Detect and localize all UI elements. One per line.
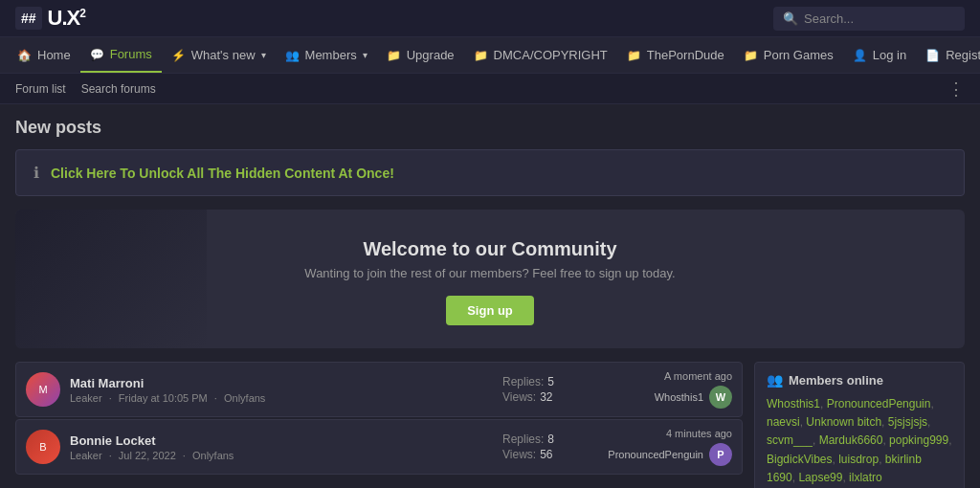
post-stats: Replies: 8 Views: 56 [502, 433, 589, 461]
avatar-letter: M [38, 384, 47, 395]
member-link[interactable]: luisdrop [838, 453, 879, 466]
avatar-letter: B [39, 441, 46, 453]
nav-forums[interactable]: 💬 Forums [80, 37, 162, 73]
home-icon: 🏠 [17, 49, 32, 62]
nav-dmca-label: DMCA/COPYRIGHT [494, 48, 608, 62]
views-label: Views: [502, 390, 536, 404]
latest-user[interactable]: PronouncedPenguin [608, 449, 703, 460]
nav-home[interactable]: 🏠 Home [8, 37, 80, 73]
welcome-title: Welcome to our Community [34, 238, 946, 260]
promo-link[interactable]: Click Here To Unlock All The Hidden Cont… [51, 166, 394, 181]
search-bar[interactable]: 🔍 Search... [773, 7, 965, 31]
nav-dmca[interactable]: 📁 DMCA/COPYRIGHT [464, 37, 617, 73]
chevron-down-icon: ▾ [261, 50, 266, 60]
nav-whats-new[interactable]: ⚡ What's new ▾ [162, 37, 276, 73]
nav-register[interactable]: 📄 Register [916, 37, 980, 73]
replies-value: 8 [547, 433, 554, 446]
member-link[interactable]: popking999 [889, 433, 948, 447]
main-content: New posts ℹ Click Here To Unlock All The… [0, 104, 980, 488]
whats-new-icon: ⚡ [171, 49, 186, 62]
post-meta: Leaker · Friday at 10:05 PM · Onlyfans [70, 392, 493, 404]
bottom-section: M Mati Marroni Leaker · Friday at 10:05 … [15, 362, 965, 488]
member-link[interactable]: scvm___ [767, 433, 813, 447]
nav-members-label: Members [305, 48, 357, 62]
logo[interactable]: ## U.X2 [15, 6, 85, 31]
members-icon: 👥 [285, 49, 300, 62]
theporndude-icon: 📁 [627, 49, 641, 62]
post-latest: 4 minutes ago PronouncedPenguin P [598, 428, 732, 466]
user-avatar: P [709, 443, 732, 466]
logo-hash: ## [21, 11, 36, 26]
nav-bar: 🏠 Home 💬 Forums ⚡ What's new ▾ 👥 Members… [0, 37, 980, 74]
post-latest: A moment ago Whosthis1 W [598, 370, 732, 409]
register-icon: 📄 [925, 49, 940, 62]
logo-text: U.X2 [48, 6, 85, 31]
upgrade-icon: 📁 [387, 49, 401, 62]
latest-time: 4 minutes ago [666, 428, 732, 439]
more-options-button[interactable]: ⋮ [947, 78, 965, 100]
search-forums-link[interactable]: Search forums [81, 82, 156, 96]
signup-button[interactable]: Sign up [446, 296, 534, 325]
member-link[interactable]: 5jsjsjsjs [888, 415, 927, 429]
members-online-list: Whosthis1, PronouncedPenguin, naevsi, Un… [767, 395, 952, 487]
forums-icon: 💬 [90, 48, 104, 61]
member-link[interactable]: naevsi [767, 415, 800, 429]
post-meta-category: Onlyfans [224, 392, 265, 404]
welcome-section: Welcome to our Community Wanting to join… [15, 210, 965, 348]
views-value: 56 [540, 448, 552, 461]
nav-porngames-label: Porn Games [764, 48, 834, 62]
members-online-header: 👥 Members online [767, 372, 952, 388]
member-link[interactable]: PronouncedPenguin [827, 397, 931, 410]
nav-upgrade-label: Upgrade [407, 48, 455, 62]
post-avatar: B [26, 430, 60, 464]
member-link[interactable]: BigdickVibes [767, 453, 832, 466]
member-link[interactable]: Unknown bitch [806, 415, 881, 429]
search-icon: 🔍 [783, 11, 798, 26]
nav-home-label: Home [37, 48, 71, 62]
nav-members[interactable]: 👥 Members ▾ [276, 37, 377, 73]
members-online-icon: 👥 [767, 372, 783, 388]
post-stats: Replies: 5 Views: 32 [502, 375, 589, 404]
post-title[interactable]: Mati Marroni [70, 376, 493, 390]
views-label: Views: [502, 448, 536, 461]
replies-label: Replies: [502, 433, 544, 446]
post-info: Mati Marroni Leaker · Friday at 10:05 PM… [70, 376, 493, 404]
nav-upgrade[interactable]: 📁 Upgrade [377, 37, 464, 73]
forum-list-link[interactable]: Forum list [15, 82, 66, 96]
nav-porngames[interactable]: 📁 Porn Games [734, 37, 843, 73]
post-meta-user: Leaker [70, 450, 102, 461]
dmca-icon: 📁 [474, 49, 488, 62]
search-placeholder: Search... [804, 11, 854, 26]
post-meta: Leaker · Jul 22, 2022 · Onlyfans [70, 450, 493, 461]
member-link[interactable]: Marduk6660 [819, 433, 883, 447]
latest-user[interactable]: Whosthis1 [655, 391, 703, 403]
nav-theporndude[interactable]: 📁 ThePornDude [617, 37, 734, 73]
post-title[interactable]: Bonnie Locket [70, 433, 493, 448]
nav-forums-label: Forums [110, 47, 152, 61]
post-meta-category: Onlyfans [192, 450, 234, 461]
nav-register-label: Register [946, 48, 980, 62]
post-item: M Mati Marroni Leaker · Friday at 10:05 … [15, 362, 743, 417]
replies-value: 5 [547, 375, 554, 388]
post-item: B Bonnie Locket Leaker · Jul 22, 2022 · … [15, 419, 743, 475]
nav-login-label: Log in [873, 48, 906, 62]
avatar-image: M [26, 372, 60, 407]
info-icon: ℹ [33, 164, 39, 182]
porngames-icon: 📁 [744, 49, 758, 62]
login-icon: 👤 [853, 49, 867, 62]
post-meta-date: Jul 22, 2022 [119, 450, 176, 461]
chevron-down-icon-2: ▾ [363, 50, 368, 60]
sub-bar-links: Forum list Search forums [15, 82, 156, 96]
post-meta-date: Friday at 10:05 PM [119, 392, 208, 404]
latest-time: A moment ago [664, 370, 732, 382]
member-link[interactable]: Whosthis1 [767, 397, 820, 410]
nav-login[interactable]: 👤 Log in [843, 37, 916, 73]
member-link[interactable]: ilxlatro [849, 471, 882, 484]
members-online-title: Members online [789, 373, 883, 388]
user-avatar: W [709, 386, 732, 409]
sub-bar: Forum list Search forums ⋮ [0, 74, 980, 104]
page-title: New posts [15, 118, 965, 138]
avatar-image: B [26, 430, 60, 464]
member-link[interactable]: Lapse99 [798, 471, 842, 484]
post-avatar: M [26, 372, 60, 407]
